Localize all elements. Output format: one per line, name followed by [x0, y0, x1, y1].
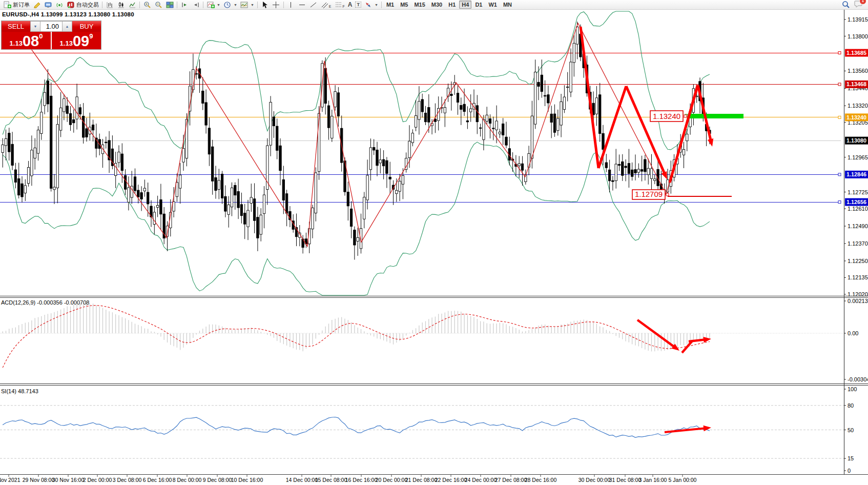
crosshair-icon [272, 1, 280, 9]
svg-text:1.12370: 1.12370 [848, 240, 868, 247]
crayon-button[interactable] [31, 1, 43, 9]
notifications-button[interactable]: 1 [854, 0, 863, 10]
timeframe-group: M1M5M15M30H1H4D1W1MN [383, 1, 515, 9]
svg-text:1.13320: 1.13320 [848, 103, 868, 109]
arrows-tool-icon [364, 1, 373, 9]
toolbar-separator [283, 2, 284, 8]
autotrading-button[interactable]: 自动交易 [65, 1, 100, 9]
templates-icon [240, 1, 249, 9]
text-label-tool-button[interactable]: T [354, 1, 363, 9]
svg-text:1.13915: 1.13915 [848, 16, 868, 23]
caret-up-icon: ▲ [66, 25, 69, 28]
timeframe-m15[interactable]: M15 [411, 1, 427, 9]
buy-price[interactable]: 1.13099 [52, 32, 101, 49]
fibonacci-icon [334, 1, 342, 9]
svg-text:3 Dec 08:00: 3 Dec 08:00 [113, 477, 142, 483]
svg-text:15: 15 [848, 455, 854, 461]
text-label-icon: T [355, 2, 361, 8]
text-tool-button[interactable]: A [346, 1, 354, 9]
search-icon[interactable] [842, 1, 850, 9]
buy-button[interactable]: BUY [72, 21, 101, 32]
dropdown-caret-icon: ▼ [375, 3, 378, 7]
volume-input[interactable] [40, 21, 62, 32]
arrows-tool-button[interactable]: ▼ [363, 1, 380, 9]
svg-text:15 Dec 08:00: 15 Dec 08:00 [315, 477, 347, 483]
svg-text:1.12725: 1.12725 [848, 189, 868, 195]
crayon-icon [33, 1, 41, 9]
timeframe-m1[interactable]: M1 [384, 1, 397, 9]
zoom-in-button[interactable] [141, 1, 153, 9]
toolbar-separator [203, 2, 203, 8]
horizontal-line-icon [298, 1, 306, 9]
svg-text:100: 100 [848, 386, 857, 392]
svg-text:9 Dec 08:00: 9 Dec 08:00 [203, 477, 232, 483]
timeframe-h1[interactable]: H1 [446, 1, 458, 9]
chart-shift-button[interactable] [190, 1, 201, 9]
autotrading-icon [67, 1, 75, 9]
svg-text:Nov 2021: Nov 2021 [0, 477, 20, 483]
timeframe-w1[interactable]: W1 [486, 1, 500, 9]
chart-title: EURUSD-,H4 1.13099 1.13123 1.13080 1.130… [2, 11, 134, 17]
zoom-out-button[interactable] [153, 1, 164, 9]
channel-glyph: E [329, 5, 332, 8]
sell-price[interactable]: 1.13080 [2, 32, 51, 49]
svg-text:1.13240: 1.13240 [653, 112, 680, 120]
svg-text:29 Nov 08:00: 29 Nov 08:00 [23, 477, 55, 483]
templates-button[interactable]: ▼ [239, 1, 256, 9]
trendline-icon [309, 1, 318, 9]
timeframe-h4[interactable]: H4 [459, 1, 471, 9]
horizontal-line-tool-button[interactable] [297, 1, 308, 9]
volume-decrease-button[interactable]: ▼ [30, 21, 40, 32]
price-annotation-label[interactable]: 1.13240 [650, 111, 687, 122]
auto-scroll-button[interactable] [179, 1, 190, 9]
svg-text:0: 0 [848, 468, 851, 474]
sell-price-prefix: 1.13 [10, 38, 23, 49]
timeframe-mn[interactable]: MN [501, 1, 514, 9]
svg-text:1.13560: 1.13560 [848, 68, 868, 74]
svg-text:1.13240: 1.13240 [846, 114, 866, 120]
new-order-label: 新订单 [13, 1, 30, 9]
svg-text:1.12490: 1.12490 [848, 223, 868, 229]
fibonacci-tool-button[interactable]: F [333, 1, 346, 9]
chart-shift-icon [192, 1, 200, 9]
clock-icon [223, 1, 232, 9]
sell-button[interactable]: SELL [2, 21, 30, 32]
svg-text:SI(14) 48.7143: SI(14) 48.7143 [1, 388, 38, 394]
tile-windows-button[interactable] [164, 1, 175, 9]
svg-text:1.12965: 1.12965 [848, 154, 868, 160]
auto-scroll-icon [180, 1, 189, 9]
trendline-tool-button[interactable] [308, 1, 319, 9]
buy-price-point: 9 [89, 33, 93, 39]
cursor-tool-button[interactable] [259, 1, 271, 9]
svg-text:2 Dec 00:00: 2 Dec 00:00 [83, 477, 112, 483]
equidistant-channel-tool-button[interactable]: E [319, 1, 333, 9]
signal-icon [55, 1, 64, 9]
terminal-button[interactable] [43, 1, 54, 9]
timeframe-d1[interactable]: D1 [472, 1, 485, 9]
chart-canvas[interactable]: ACD(12,26,9) -0.000356 -0.000708SI(14) 4… [0, 0, 868, 485]
svg-text:27 Dec 08:00: 27 Dec 08:00 [495, 477, 527, 483]
timeframe-m5[interactable]: M5 [398, 1, 410, 9]
svg-text:1.12610: 1.12610 [848, 206, 868, 212]
sell-price-point: 0 [39, 33, 43, 39]
periods-button[interactable]: ▼ [222, 1, 239, 9]
svg-text:22 Dec 16:00: 22 Dec 16:00 [435, 477, 467, 483]
candlestick-chart-button[interactable] [115, 1, 127, 9]
bar-chart-button[interactable] [104, 1, 115, 9]
crosshair-tool-button[interactable] [271, 1, 282, 9]
vertical-line-tool-button[interactable] [285, 1, 297, 9]
line-chart-button[interactable] [127, 1, 138, 9]
svg-text:8 Dec 00:00: 8 Dec 00:00 [173, 477, 202, 483]
signal-button[interactable] [54, 1, 65, 9]
svg-text:80: 80 [848, 402, 854, 409]
new-order-button[interactable]: 新订单 [2, 1, 31, 9]
toolbar-right-group: 1 [842, 0, 868, 10]
price-annotation-label[interactable]: 1.12709 [632, 190, 669, 199]
volume-increase-button[interactable]: ▲ [62, 21, 72, 32]
timeframe-m30[interactable]: M30 [429, 1, 445, 9]
vertical-line-icon [287, 1, 295, 9]
indicators-button[interactable]: ▼ [205, 1, 222, 9]
bar-chart-icon [106, 1, 114, 9]
autotrading-label: 自动交易 [76, 1, 99, 9]
toolbar-separator [102, 2, 102, 8]
